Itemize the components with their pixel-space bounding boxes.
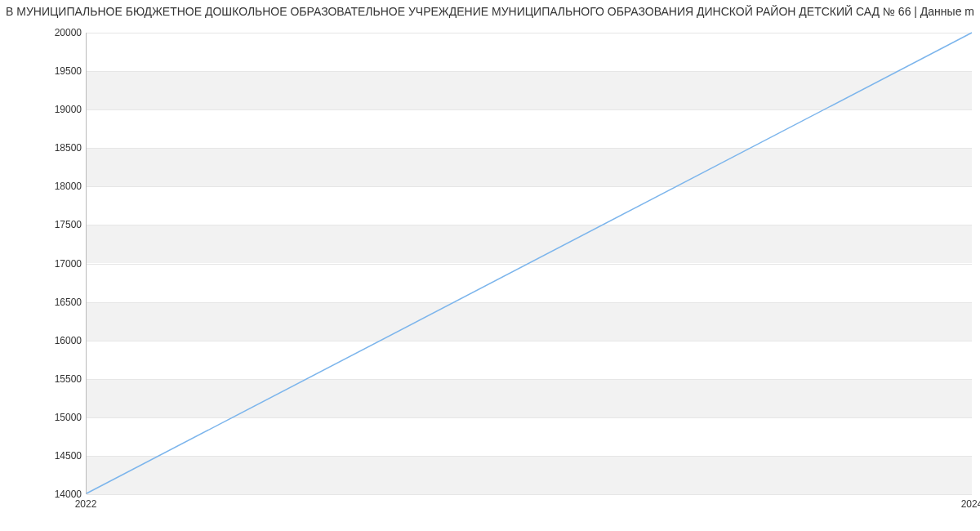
y-tick-label: 16000 xyxy=(33,335,82,346)
chart-title: В МУНИЦИПАЛЬНОЕ БЮДЖЕТНОЕ ДОШКОЛЬНОЕ ОБР… xyxy=(0,5,980,18)
y-tick-label: 14500 xyxy=(33,450,82,462)
y-tick-label: 17500 xyxy=(33,219,82,230)
y-tick-label: 15000 xyxy=(33,412,82,423)
y-tick-label: 19500 xyxy=(33,65,82,77)
y-tick-label: 18000 xyxy=(33,181,82,192)
x-tick-label: 2022 xyxy=(75,498,97,510)
line-layer xyxy=(87,33,972,493)
y-tick-label: 17000 xyxy=(33,258,82,270)
x-tick-label: 2024 xyxy=(961,498,980,510)
y-tick-label: 18500 xyxy=(33,142,82,154)
y-tick-label: 19000 xyxy=(33,104,82,115)
y-tick-label: 15500 xyxy=(33,373,82,385)
chart-container: В МУНИЦИПАЛЬНОЕ БЮДЖЕТНОЕ ДОШКОЛЬНОЕ ОБР… xyxy=(0,0,980,531)
y-tick-label: 20000 xyxy=(33,27,82,38)
grid-line xyxy=(87,494,972,495)
y-tick-label: 16500 xyxy=(33,297,82,308)
plot-area xyxy=(86,33,972,494)
series-1-line xyxy=(87,33,972,493)
